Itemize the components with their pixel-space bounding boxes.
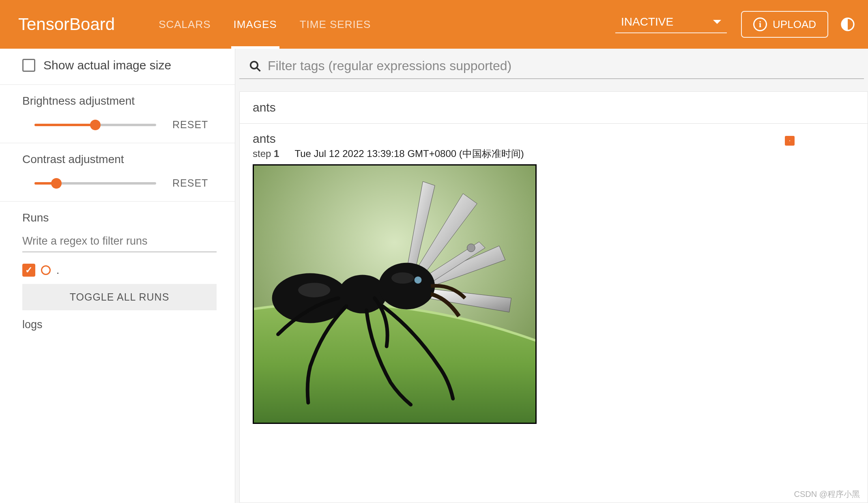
brightness-reset-button[interactable]: RESET [172, 119, 208, 131]
inactive-dropdown[interactable]: INACTIVE [615, 15, 727, 33]
toggle-all-runs-button[interactable]: TOGGLE ALL RUNS [22, 284, 217, 310]
nav-tabs: SCALARS IMAGES TIME SERIES [147, 0, 382, 49]
upload-button[interactable]: i UPLOAD [741, 11, 828, 38]
sidebar: Show actual image size Brightness adjust… [0, 49, 235, 503]
run-name-label: . [56, 264, 59, 277]
run-color-icon[interactable] [41, 265, 51, 275]
brightness-label: Brightness adjustment [22, 95, 217, 107]
image-title: ants [253, 132, 855, 146]
theme-toggle-icon[interactable] [840, 16, 856, 32]
run-item: ✓ . [22, 264, 217, 277]
svg-point-11 [415, 276, 422, 284]
tag-card-body: · ants step 1 Tue Jul 12 2022 13:39:18 G… [240, 124, 868, 432]
step-prefix: step [253, 148, 274, 159]
inactive-dropdown-label: INACTIVE [621, 15, 673, 28]
app-logo: TensorBoard [18, 15, 115, 34]
runs-label: Runs [22, 211, 217, 224]
app-header: TensorBoard SCALARS IMAGES TIME SERIES I… [0, 0, 868, 49]
svg-line-1 [257, 67, 260, 71]
svg-point-7 [467, 244, 475, 252]
image-display[interactable] [253, 164, 537, 424]
tab-time-series[interactable]: TIME SERIES [288, 0, 382, 49]
upload-button-label: UPLOAD [773, 18, 816, 31]
tag-card: ants · ants step 1 Tue Jul 12 2022 13:39… [239, 91, 868, 503]
contrast-slider[interactable] [34, 182, 156, 185]
timestamp-label: Tue Jul 12 2022 13:39:18 GMT+0800 (中国标准时… [294, 147, 524, 160]
show-actual-label: Show actual image size [43, 58, 171, 72]
search-icon [249, 60, 261, 72]
svg-point-0 [251, 61, 258, 69]
info-icon: i [753, 17, 767, 31]
tab-scalars[interactable]: SCALARS [147, 0, 222, 49]
svg-point-10 [378, 263, 435, 310]
logs-label: logs [22, 316, 217, 331]
contrast-section: Contrast adjustment RESET [0, 143, 235, 202]
chevron-down-icon [713, 20, 721, 24]
main-content: ants · ants step 1 Tue Jul 12 2022 13:39… [235, 49, 868, 503]
step-value: 1 [274, 148, 279, 159]
run-color-chip[interactable]: · [785, 136, 795, 146]
runs-section: Runs ✓ . TOGGLE ALL RUNS logs [0, 202, 235, 343]
filter-bar [239, 49, 864, 79]
contrast-reset-button[interactable]: RESET [172, 177, 208, 189]
tab-images[interactable]: IMAGES [222, 0, 288, 49]
step-row: step 1 Tue Jul 12 2022 13:39:18 GMT+0800… [253, 147, 855, 160]
brightness-section: Brightness adjustment RESET [0, 85, 235, 143]
tag-filter-input[interactable] [268, 58, 856, 73]
brightness-slider[interactable] [34, 124, 156, 126]
contrast-label: Contrast adjustment [22, 153, 217, 166]
run-checkbox[interactable]: ✓ [22, 264, 35, 277]
svg-point-12 [298, 283, 330, 297]
runs-filter-input[interactable] [22, 232, 217, 252]
svg-point-13 [391, 272, 414, 284]
tag-card-header[interactable]: ants [240, 92, 868, 124]
step-label: step 1 [253, 148, 279, 159]
show-actual-checkbox[interactable] [22, 59, 35, 72]
show-actual-section: Show actual image size [0, 49, 235, 85]
watermark-label: CSDN @程序小黑 [794, 489, 860, 500]
